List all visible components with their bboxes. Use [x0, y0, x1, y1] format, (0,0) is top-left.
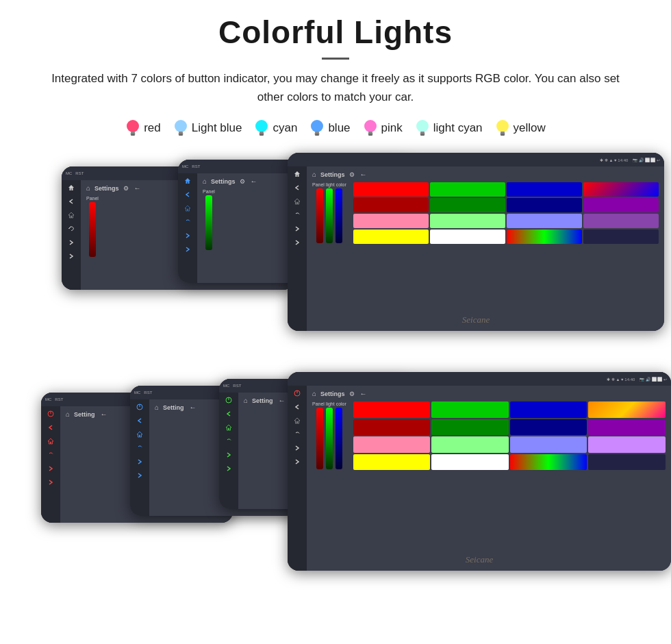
- slider-r-b4[interactable]: [316, 408, 323, 469]
- back-nav-t3[interactable]: [292, 183, 302, 193]
- cell-rainbow[interactable]: [507, 230, 582, 244]
- panel-light-label-t3: Panel light color: [312, 182, 346, 187]
- undo-nav-b4[interactable]: [292, 430, 302, 439]
- bcell-purple[interactable]: [588, 419, 666, 436]
- forward-nav-b1[interactable]: [46, 464, 55, 473]
- bcell-blue[interactable]: [510, 401, 587, 418]
- slider-g-b4[interactable]: [326, 408, 333, 469]
- extra-nav-t3[interactable]: [292, 238, 302, 247]
- power-nav-b4[interactable]: [292, 388, 302, 398]
- bcell-violet[interactable]: [588, 436, 666, 453]
- rst-label-t1: RST: [75, 171, 84, 175]
- bcell-white[interactable]: [431, 454, 509, 471]
- svg-point-16: [364, 120, 377, 132]
- back-nav-t1[interactable]: [66, 197, 76, 206]
- extra-nav-t2[interactable]: [183, 245, 192, 254]
- bcell-pink[interactable]: [353, 436, 431, 453]
- power-nav-b1[interactable]: [46, 409, 55, 419]
- cell-white[interactable]: [430, 230, 505, 244]
- extra-nav-b4[interactable]: [292, 457, 302, 467]
- undo-nav-b3[interactable]: [224, 436, 233, 446]
- extra-nav-b2[interactable]: [135, 471, 144, 480]
- bcell-darkgreen[interactable]: [431, 419, 509, 436]
- svg-point-20: [416, 120, 429, 132]
- slider-b-t3[interactable]: [336, 188, 342, 243]
- slider-r-t3[interactable]: [316, 188, 323, 243]
- bt-icon-b4: ✱ ❋ ▲ ♥ 14:40: [607, 377, 635, 382]
- home-nav-t2[interactable]: [183, 176, 192, 186]
- house-nav-t3[interactable]: [292, 197, 302, 206]
- bcell-spectrum[interactable]: [588, 401, 666, 418]
- bulb-icon-lightblue: [173, 119, 188, 138]
- back-nav-b2[interactable]: [135, 416, 144, 425]
- back-nav-b3[interactable]: [224, 409, 233, 419]
- power-nav-b3[interactable]: [224, 395, 233, 405]
- bcell-darkred[interactable]: [353, 419, 431, 436]
- cell-green[interactable]: [430, 182, 505, 197]
- back-nav-b1[interactable]: [46, 423, 55, 432]
- undo-nav-b1[interactable]: [46, 450, 55, 460]
- forward-nav-t1[interactable]: [66, 238, 76, 247]
- house-nav-t1[interactable]: [66, 210, 76, 220]
- forward-nav-b2[interactable]: [135, 457, 144, 467]
- undo-nav-t2[interactable]: [183, 217, 192, 227]
- bcell-yellow[interactable]: [353, 454, 431, 471]
- forward-nav-t3[interactable]: [292, 224, 302, 234]
- cell-red[interactable]: [353, 182, 429, 197]
- bcell-off[interactable]: [588, 454, 666, 471]
- title-section: Colorful Lights Integrated with 7 colors…: [21, 14, 650, 106]
- device-group-bottom: MC RST: [21, 372, 650, 584]
- house-nav-t2[interactable]: [183, 203, 192, 213]
- svg-point-12: [311, 120, 323, 132]
- slider-green-t2[interactable]: [205, 195, 212, 250]
- bcell-red[interactable]: [353, 401, 431, 418]
- bcell-lightgreen[interactable]: [431, 436, 509, 453]
- extra-nav-t1[interactable]: [66, 251, 76, 261]
- color-label-lightblue: Light blue: [192, 121, 242, 135]
- extra-nav-b3[interactable]: [224, 464, 233, 473]
- cell-lightgreen[interactable]: [430, 214, 505, 228]
- forward-nav-b3[interactable]: [224, 450, 233, 460]
- left-nav-t3: [288, 166, 307, 331]
- slider-b-b4[interactable]: [336, 408, 342, 469]
- home-nav-t3[interactable]: [292, 169, 302, 179]
- cell-darkblue[interactable]: [507, 198, 582, 212]
- bcell-rainbow[interactable]: [510, 454, 587, 471]
- home-nav-t1[interactable]: [66, 183, 76, 193]
- cell-darkred[interactable]: [353, 198, 429, 212]
- bcell-darkblue[interactable]: [510, 419, 587, 436]
- screen-top-3: ✱ ❋ ▲ ♥ 14:40 📷 🔊 ⬜ ⬜ ↩: [288, 153, 664, 331]
- house-nav-b2[interactable]: [135, 430, 144, 439]
- undo-nav-t3[interactable]: [292, 210, 302, 220]
- forward-nav-t2[interactable]: [183, 231, 192, 240]
- slider-g-t3[interactable]: [326, 188, 333, 243]
- cell-spectrum[interactable]: [583, 182, 659, 197]
- forward-nav-b4[interactable]: [292, 443, 302, 453]
- back-nav-t2[interactable]: [183, 190, 192, 199]
- cell-violet[interactable]: [583, 214, 659, 228]
- slider-red-t1[interactable]: [89, 202, 96, 257]
- cell-darkgreen[interactable]: [430, 198, 505, 212]
- bcell-green[interactable]: [431, 401, 509, 418]
- cell-purple[interactable]: [583, 198, 659, 212]
- color-label-yellow: yellow: [514, 121, 546, 135]
- cell-lightblue[interactable]: [507, 214, 582, 228]
- house-nav-b1[interactable]: [46, 436, 55, 446]
- cell-yellow[interactable]: [353, 230, 429, 244]
- bcell-lightblue[interactable]: [510, 436, 587, 453]
- back-arrow-t3: ←: [360, 171, 367, 178]
- back-nav-b4[interactable]: [292, 402, 302, 412]
- cell-off[interactable]: [583, 230, 659, 244]
- undo-nav-t1[interactable]: [66, 224, 76, 234]
- svg-point-24: [496, 120, 509, 132]
- icons-t3: 📷 🔊 ⬜ ⬜ ↩: [633, 158, 660, 162]
- house-nav-b4[interactable]: [292, 416, 302, 425]
- house-nav-b3[interactable]: [224, 423, 233, 432]
- cell-pink[interactable]: [353, 214, 429, 228]
- power-nav-b2[interactable]: [135, 402, 144, 412]
- undo-nav-b2[interactable]: [135, 443, 144, 453]
- cell-blue[interactable]: [507, 182, 582, 197]
- extra-nav-b1[interactable]: [46, 478, 55, 487]
- icons-b4: 📷 🔊 ⬜ ⬜ ↩: [640, 377, 667, 382]
- back-arrow-b4: ←: [360, 390, 367, 397]
